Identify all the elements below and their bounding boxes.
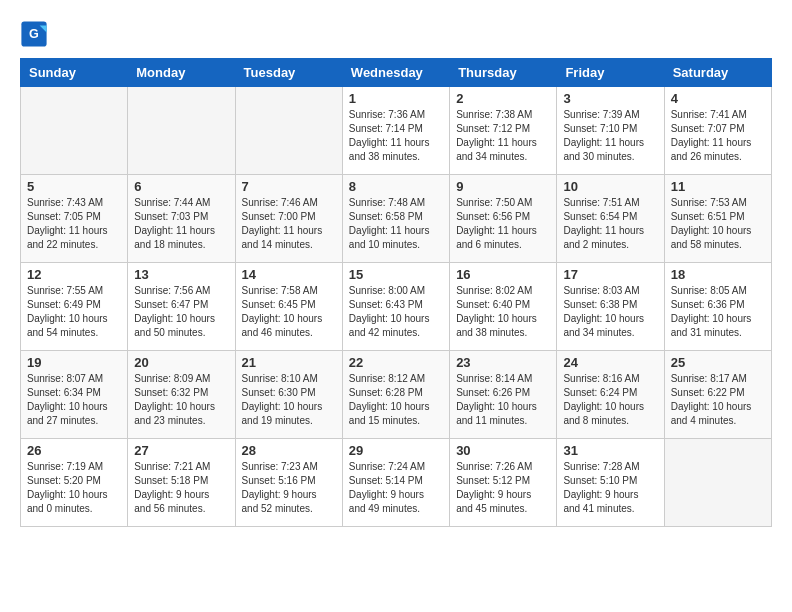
- day-number: 1: [349, 91, 443, 106]
- day-number: 6: [134, 179, 228, 194]
- calendar-header-sunday: Sunday: [21, 59, 128, 87]
- day-info: Sunrise: 7:55 AM Sunset: 6:49 PM Dayligh…: [27, 284, 121, 340]
- logo-icon: G: [20, 20, 48, 48]
- day-number: 3: [563, 91, 657, 106]
- calendar-cell: 14Sunrise: 7:58 AM Sunset: 6:45 PM Dayli…: [235, 263, 342, 351]
- day-number: 18: [671, 267, 765, 282]
- day-number: 12: [27, 267, 121, 282]
- day-info: Sunrise: 7:50 AM Sunset: 6:56 PM Dayligh…: [456, 196, 550, 252]
- calendar-cell: 18Sunrise: 8:05 AM Sunset: 6:36 PM Dayli…: [664, 263, 771, 351]
- calendar-header-friday: Friday: [557, 59, 664, 87]
- calendar-cell: 20Sunrise: 8:09 AM Sunset: 6:32 PM Dayli…: [128, 351, 235, 439]
- calendar-cell: [235, 87, 342, 175]
- day-info: Sunrise: 7:24 AM Sunset: 5:14 PM Dayligh…: [349, 460, 443, 516]
- calendar-cell: 25Sunrise: 8:17 AM Sunset: 6:22 PM Dayli…: [664, 351, 771, 439]
- calendar-cell: 5Sunrise: 7:43 AM Sunset: 7:05 PM Daylig…: [21, 175, 128, 263]
- calendar-week-row-1: 1Sunrise: 7:36 AM Sunset: 7:14 PM Daylig…: [21, 87, 772, 175]
- day-number: 25: [671, 355, 765, 370]
- day-info: Sunrise: 8:14 AM Sunset: 6:26 PM Dayligh…: [456, 372, 550, 428]
- day-info: Sunrise: 7:43 AM Sunset: 7:05 PM Dayligh…: [27, 196, 121, 252]
- calendar-cell: 9Sunrise: 7:50 AM Sunset: 6:56 PM Daylig…: [450, 175, 557, 263]
- day-info: Sunrise: 7:56 AM Sunset: 6:47 PM Dayligh…: [134, 284, 228, 340]
- day-info: Sunrise: 7:19 AM Sunset: 5:20 PM Dayligh…: [27, 460, 121, 516]
- day-number: 19: [27, 355, 121, 370]
- day-info: Sunrise: 7:21 AM Sunset: 5:18 PM Dayligh…: [134, 460, 228, 516]
- day-number: 11: [671, 179, 765, 194]
- day-info: Sunrise: 7:51 AM Sunset: 6:54 PM Dayligh…: [563, 196, 657, 252]
- calendar-cell: 1Sunrise: 7:36 AM Sunset: 7:14 PM Daylig…: [342, 87, 449, 175]
- calendar-header-saturday: Saturday: [664, 59, 771, 87]
- calendar-cell: 27Sunrise: 7:21 AM Sunset: 5:18 PM Dayli…: [128, 439, 235, 527]
- svg-text:G: G: [29, 27, 39, 41]
- day-number: 5: [27, 179, 121, 194]
- calendar-week-row-4: 19Sunrise: 8:07 AM Sunset: 6:34 PM Dayli…: [21, 351, 772, 439]
- calendar-header-thursday: Thursday: [450, 59, 557, 87]
- day-number: 2: [456, 91, 550, 106]
- day-number: 7: [242, 179, 336, 194]
- day-number: 22: [349, 355, 443, 370]
- calendar-cell: 21Sunrise: 8:10 AM Sunset: 6:30 PM Dayli…: [235, 351, 342, 439]
- day-info: Sunrise: 8:12 AM Sunset: 6:28 PM Dayligh…: [349, 372, 443, 428]
- calendar-cell: [664, 439, 771, 527]
- calendar-cell: 12Sunrise: 7:55 AM Sunset: 6:49 PM Dayli…: [21, 263, 128, 351]
- day-info: Sunrise: 7:41 AM Sunset: 7:07 PM Dayligh…: [671, 108, 765, 164]
- day-info: Sunrise: 7:28 AM Sunset: 5:10 PM Dayligh…: [563, 460, 657, 516]
- day-info: Sunrise: 8:03 AM Sunset: 6:38 PM Dayligh…: [563, 284, 657, 340]
- calendar-header-tuesday: Tuesday: [235, 59, 342, 87]
- calendar-header-row: SundayMondayTuesdayWednesdayThursdayFrid…: [21, 59, 772, 87]
- calendar-cell: 11Sunrise: 7:53 AM Sunset: 6:51 PM Dayli…: [664, 175, 771, 263]
- calendar-cell: 15Sunrise: 8:00 AM Sunset: 6:43 PM Dayli…: [342, 263, 449, 351]
- day-number: 27: [134, 443, 228, 458]
- day-number: 21: [242, 355, 336, 370]
- calendar-cell: 3Sunrise: 7:39 AM Sunset: 7:10 PM Daylig…: [557, 87, 664, 175]
- calendar-cell: [21, 87, 128, 175]
- day-number: 14: [242, 267, 336, 282]
- calendar-cell: 4Sunrise: 7:41 AM Sunset: 7:07 PM Daylig…: [664, 87, 771, 175]
- day-info: Sunrise: 7:44 AM Sunset: 7:03 PM Dayligh…: [134, 196, 228, 252]
- day-info: Sunrise: 8:17 AM Sunset: 6:22 PM Dayligh…: [671, 372, 765, 428]
- day-info: Sunrise: 8:10 AM Sunset: 6:30 PM Dayligh…: [242, 372, 336, 428]
- day-info: Sunrise: 8:00 AM Sunset: 6:43 PM Dayligh…: [349, 284, 443, 340]
- day-info: Sunrise: 7:26 AM Sunset: 5:12 PM Dayligh…: [456, 460, 550, 516]
- day-info: Sunrise: 7:48 AM Sunset: 6:58 PM Dayligh…: [349, 196, 443, 252]
- day-number: 20: [134, 355, 228, 370]
- day-number: 29: [349, 443, 443, 458]
- calendar-week-row-5: 26Sunrise: 7:19 AM Sunset: 5:20 PM Dayli…: [21, 439, 772, 527]
- calendar-cell: 31Sunrise: 7:28 AM Sunset: 5:10 PM Dayli…: [557, 439, 664, 527]
- day-info: Sunrise: 8:07 AM Sunset: 6:34 PM Dayligh…: [27, 372, 121, 428]
- calendar-cell: 19Sunrise: 8:07 AM Sunset: 6:34 PM Dayli…: [21, 351, 128, 439]
- calendar-cell: 7Sunrise: 7:46 AM Sunset: 7:00 PM Daylig…: [235, 175, 342, 263]
- day-number: 30: [456, 443, 550, 458]
- day-info: Sunrise: 7:38 AM Sunset: 7:12 PM Dayligh…: [456, 108, 550, 164]
- calendar-cell: 28Sunrise: 7:23 AM Sunset: 5:16 PM Dayli…: [235, 439, 342, 527]
- day-number: 24: [563, 355, 657, 370]
- calendar-cell: 24Sunrise: 8:16 AM Sunset: 6:24 PM Dayli…: [557, 351, 664, 439]
- day-info: Sunrise: 8:09 AM Sunset: 6:32 PM Dayligh…: [134, 372, 228, 428]
- calendar-header-wednesday: Wednesday: [342, 59, 449, 87]
- day-number: 4: [671, 91, 765, 106]
- calendar-cell: 26Sunrise: 7:19 AM Sunset: 5:20 PM Dayli…: [21, 439, 128, 527]
- calendar-cell: 8Sunrise: 7:48 AM Sunset: 6:58 PM Daylig…: [342, 175, 449, 263]
- calendar-cell: 2Sunrise: 7:38 AM Sunset: 7:12 PM Daylig…: [450, 87, 557, 175]
- day-info: Sunrise: 7:39 AM Sunset: 7:10 PM Dayligh…: [563, 108, 657, 164]
- calendar-cell: 13Sunrise: 7:56 AM Sunset: 6:47 PM Dayli…: [128, 263, 235, 351]
- day-number: 8: [349, 179, 443, 194]
- calendar-cell: 17Sunrise: 8:03 AM Sunset: 6:38 PM Dayli…: [557, 263, 664, 351]
- logo: G: [20, 20, 52, 48]
- day-info: Sunrise: 7:36 AM Sunset: 7:14 PM Dayligh…: [349, 108, 443, 164]
- page-header: G: [20, 20, 772, 48]
- calendar-cell: 29Sunrise: 7:24 AM Sunset: 5:14 PM Dayli…: [342, 439, 449, 527]
- calendar-cell: 16Sunrise: 8:02 AM Sunset: 6:40 PM Dayli…: [450, 263, 557, 351]
- calendar-week-row-2: 5Sunrise: 7:43 AM Sunset: 7:05 PM Daylig…: [21, 175, 772, 263]
- day-info: Sunrise: 8:16 AM Sunset: 6:24 PM Dayligh…: [563, 372, 657, 428]
- day-number: 28: [242, 443, 336, 458]
- day-number: 13: [134, 267, 228, 282]
- day-number: 17: [563, 267, 657, 282]
- day-number: 16: [456, 267, 550, 282]
- day-info: Sunrise: 7:58 AM Sunset: 6:45 PM Dayligh…: [242, 284, 336, 340]
- day-info: Sunrise: 7:23 AM Sunset: 5:16 PM Dayligh…: [242, 460, 336, 516]
- calendar-cell: 30Sunrise: 7:26 AM Sunset: 5:12 PM Dayli…: [450, 439, 557, 527]
- day-info: Sunrise: 7:53 AM Sunset: 6:51 PM Dayligh…: [671, 196, 765, 252]
- day-info: Sunrise: 7:46 AM Sunset: 7:00 PM Dayligh…: [242, 196, 336, 252]
- day-number: 9: [456, 179, 550, 194]
